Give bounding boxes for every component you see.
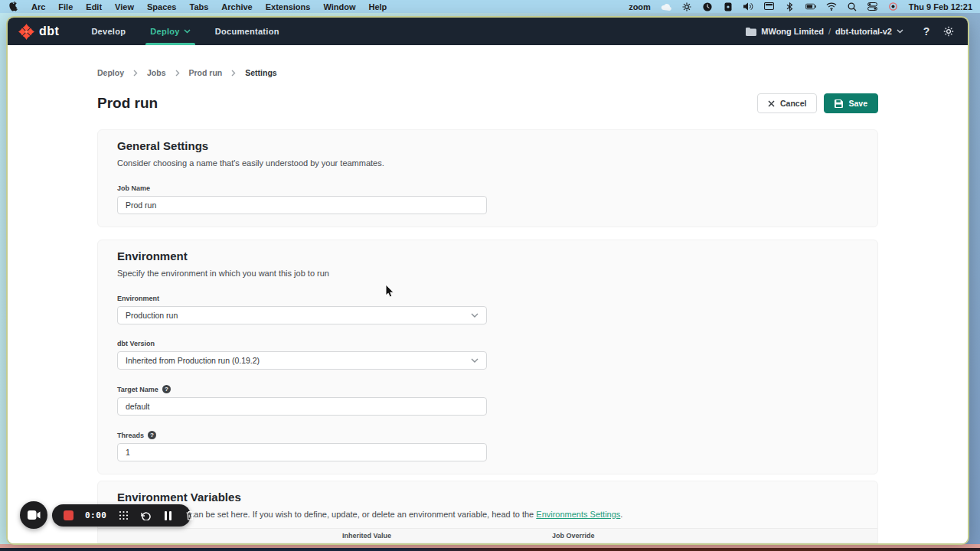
environment-variables-card: Environment Variables Job level override… [97,481,878,543]
folder-icon [746,28,756,36]
breadcrumb: Deploy Jobs Prod run Settings [97,68,878,77]
job-name-field-group: Job Name [117,184,858,214]
nav-develop[interactable]: Develop [79,18,138,45]
recording-indicator-icon[interactable] [888,2,899,12]
nav-documentation[interactable]: Documentation [203,18,292,45]
dbt-version-select[interactable]: Inherited from Production run (0.19.2) [117,351,487,370]
general-settings-description: Consider choosing a name that's easily u… [117,158,858,169]
search-icon[interactable] [847,2,858,12]
menubar-item-edit[interactable]: Edit [86,2,102,11]
tools-grid-button[interactable] [119,510,129,521]
breadcrumb-jobs[interactable]: Jobs [147,68,166,77]
page-content: Deploy Jobs Prod run Settings Prod run C… [8,45,968,543]
display-icon[interactable] [764,2,775,12]
column-inherited-value: Inherited Value [342,532,552,540]
environment-select-value: Production run [126,311,178,320]
pause-recording-button[interactable] [163,510,174,521]
wifi-icon[interactable] [826,2,837,12]
menubar-item-help[interactable]: Help [368,2,387,11]
environment-select[interactable]: Production run [117,306,487,324]
clock-icon[interactable] [702,2,713,12]
nav-deploy-label: Deploy [150,27,179,36]
chevron-right-icon [231,70,236,77]
chevron-down-icon [184,29,191,34]
environment-variables-description: Job level overrides can be set here. If … [117,509,858,520]
bluetooth-icon[interactable] [785,2,795,12]
environments-settings-link[interactable]: Environments Settings [536,510,620,519]
general-settings-card: General Settings Consider choosing a nam… [97,129,878,227]
menubar-item-view[interactable]: View [115,2,134,11]
dbt-logo-icon [18,24,34,40]
help-button[interactable]: ? [918,23,935,40]
breadcrumb-settings[interactable]: Settings [245,68,276,77]
env-vars-desc-suffix: . [620,510,622,519]
dbt-logo[interactable]: dbt [18,24,59,40]
target-name-help-icon[interactable]: ? [162,385,171,393]
column-job-override: Job Override [552,532,858,540]
job-name-input[interactable] [117,196,487,214]
recording-toolbar: 0:00 [52,504,191,527]
password-manager-icon[interactable] [723,2,733,12]
close-icon [768,100,775,107]
menubar-item-archive[interactable]: Archive [221,2,252,11]
save-button[interactable]: Save [824,93,878,113]
cancel-button[interactable]: Cancel [757,93,817,113]
chevron-right-icon [133,70,138,77]
menubar-item-tabs[interactable]: Tabs [189,2,208,11]
dbt-version-select-value: Inherited from Production run (0.19.2) [126,356,260,365]
camera-toggle-button[interactable] [20,501,47,529]
browser-window: dbt Develop Deploy Documentation MWong L… [6,16,969,545]
save-icon [835,99,843,108]
gear-icon [943,26,954,37]
restart-recording-button[interactable] [141,510,152,521]
target-name-input[interactable] [117,397,487,416]
environment-variables-table: Inherited Value Job Override [98,528,877,543]
breadcrumb-deploy[interactable]: Deploy [97,68,124,77]
menubar-item-window[interactable]: Window [323,2,355,11]
cloud-icon[interactable] [661,2,671,12]
account-name: MWong Limited [761,27,824,36]
chevron-down-icon [471,358,479,363]
menubar-item-extensions[interactable]: Extensions [266,2,311,11]
zoom-menu-item[interactable]: zoom [629,2,651,11]
chevron-right-icon [175,70,180,77]
dbt-main-nav: Develop Deploy Documentation [79,18,291,45]
threads-field-group: Threads ? [117,431,858,461]
project-name: dbt-tutorial-v2 [835,27,892,36]
volume-icon[interactable] [743,2,754,12]
battery-icon[interactable] [805,2,816,12]
threads-label: Threads [117,432,144,439]
target-name-label: Target Name [117,386,158,393]
macos-menubar: Arc File Edit View Spaces Tabs Archive E… [0,0,980,13]
nav-deploy[interactable]: Deploy [138,18,202,45]
desktop: Arc File Edit View Spaces Tabs Archive E… [0,0,980,551]
stop-recording-button[interactable] [64,510,74,520]
job-name-label: Job Name [117,184,858,192]
dbt-version-field-group: dbt Version Inherited from Production ru… [117,340,858,370]
settings-gear-button[interactable] [940,23,957,40]
environment-field-group: Environment Production run [117,295,858,324]
target-name-field-group: Target Name ? [117,385,858,416]
apple-icon[interactable] [8,2,18,12]
environment-label: Environment [117,295,858,302]
cancel-button-label: Cancel [780,99,806,108]
threads-help-icon[interactable]: ? [148,431,156,439]
control-center-icon[interactable] [867,2,878,12]
gear-menu-icon[interactable] [681,2,692,12]
nav-documentation-label: Documentation [215,27,279,36]
table-header-row: Inherited Value Job Override [98,528,877,543]
delete-recording-button[interactable] [185,510,196,521]
title-row: Prod run Cancel Save [97,93,878,114]
environment-description: Specify the environment in which you wan… [117,268,858,279]
chevron-down-icon [471,313,479,318]
menubar-item-file[interactable]: File [58,2,73,11]
page-title: Prod run [97,95,158,112]
breadcrumb-prod-run[interactable]: Prod run [189,68,223,77]
menubar-item-spaces[interactable]: Spaces [147,2,177,11]
menubar-item-arc[interactable]: Arc [31,2,45,11]
menubar-clock[interactable]: Thu 9 Feb 12:21 [909,2,972,11]
threads-input[interactable] [117,443,487,461]
dbt-logo-text: dbt [39,24,59,38]
account-switcher[interactable]: MWong Limited / dbt-tutorial-v2 [746,27,903,36]
environment-title: Environment [117,249,858,263]
